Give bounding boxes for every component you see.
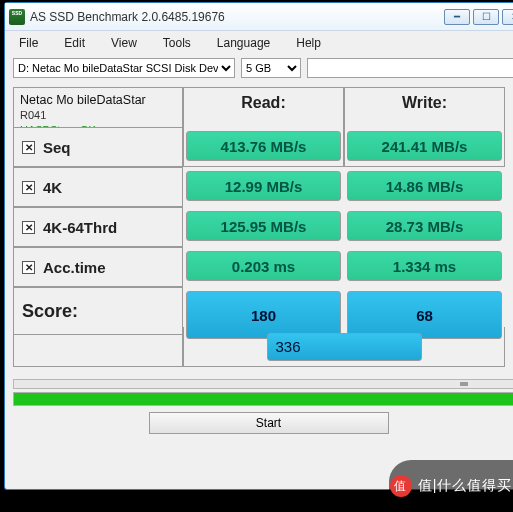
row-score: Score: 180 68 [13, 287, 513, 327]
watermark: 值 值|什么值得买 [389, 460, 513, 512]
content-area: Netac Mo bileDataStar R041 UASPStor - OK… [5, 81, 513, 489]
minimize-button[interactable]: ━ [444, 9, 470, 25]
4k-write: 14.86 MB/s [347, 171, 502, 201]
acc-read: 0.203 ms [186, 251, 341, 281]
row-acc: ✕ Acc.time 0.203 ms 1.334 ms [13, 247, 513, 287]
toolbar: D: Netac Mo bileDataStar SCSI Disk Devi … [5, 55, 513, 81]
row-4k-label: ✕ 4K [13, 167, 183, 207]
results-grid: Netac Mo bileDataStar R041 UASPStor - OK… [13, 87, 513, 367]
checkbox-4k64[interactable]: ✕ [22, 221, 35, 234]
seq-write: 241.41 MB/s [347, 131, 502, 161]
watermark-text: 值|什么值得买 [418, 477, 513, 495]
close-button[interactable]: ✕ [502, 9, 513, 25]
device-name: Netac Mo bileDataStar [20, 92, 146, 108]
start-button[interactable]: Start [149, 412, 389, 434]
test-size-select[interactable]: 5 GB [241, 58, 301, 78]
menu-language[interactable]: Language [217, 36, 270, 50]
row-acc-label: ✕ Acc.time [13, 247, 183, 287]
checkbox-seq[interactable]: ✕ [22, 141, 35, 154]
row-total: 336 [13, 327, 513, 367]
drive-select[interactable]: D: Netac Mo bileDataStar SCSI Disk Devi [13, 58, 235, 78]
window-title: AS SSD Benchmark 2.0.6485.19676 [30, 10, 225, 24]
window-controls: ━ ☐ ✕ [444, 9, 513, 25]
row-seq-label: ✕ Seq [13, 127, 183, 167]
4k64-read: 125.95 MB/s [186, 211, 341, 241]
device-rev: R041 [20, 108, 46, 122]
checkbox-4k[interactable]: ✕ [22, 181, 35, 194]
menubar: File Edit View Tools Language Help [5, 31, 513, 55]
watermark-logo-icon: 值 [390, 475, 412, 497]
app-window: AS SSD Benchmark 2.0.6485.19676 ━ ☐ ✕ Fi… [4, 2, 513, 490]
row-4k: ✕ 4K 12.99 MB/s 14.86 MB/s [13, 167, 513, 207]
total-spacer [13, 327, 183, 367]
menu-tools[interactable]: Tools [163, 36, 191, 50]
app-icon [9, 9, 25, 25]
toolbar-textbox[interactable] [307, 58, 513, 78]
header-row: Netac Mo bileDataStar R041 UASPStor - OK… [13, 87, 513, 127]
maximize-button[interactable]: ☐ [473, 9, 499, 25]
menu-file[interactable]: File [19, 36, 38, 50]
4k-read: 12.99 MB/s [186, 171, 341, 201]
seq-read: 413.76 MB/s [186, 131, 341, 161]
row-4k64-label: ✕ 4K-64Thrd [13, 207, 183, 247]
acc-write: 1.334 ms [347, 251, 502, 281]
4k64-write: 28.73 MB/s [347, 211, 502, 241]
progress-bar-test [13, 379, 513, 389]
progress-area: Start [13, 369, 513, 434]
progress-bar-total [13, 392, 513, 406]
titlebar: AS SSD Benchmark 2.0.6485.19676 ━ ☐ ✕ [5, 3, 513, 31]
total-cell: 336 [183, 327, 505, 367]
row-4k64: ✕ 4K-64Thrd 125.95 MB/s 28.73 MB/s [13, 207, 513, 247]
menu-view[interactable]: View [111, 36, 137, 50]
menu-help[interactable]: Help [296, 36, 321, 50]
checkbox-acc[interactable]: ✕ [22, 261, 35, 274]
menu-edit[interactable]: Edit [64, 36, 85, 50]
score-total: 336 [267, 333, 422, 361]
